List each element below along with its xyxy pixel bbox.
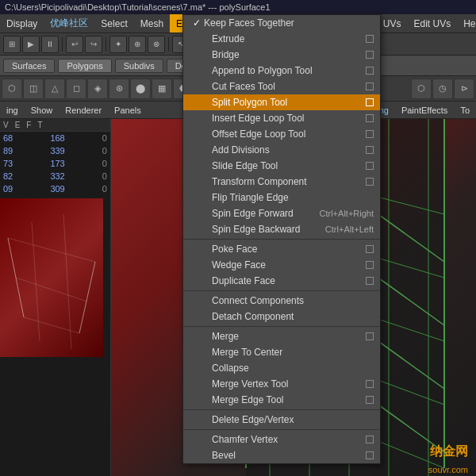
svg-line-0 (8, 238, 95, 262)
tb-btn-2[interactable]: ▶ (22, 36, 40, 53)
icon-right-3[interactable]: ⊳ (454, 79, 474, 99)
menu2-painteffects[interactable]: PaintEffects (395, 102, 455, 118)
model-preview-svg (0, 198, 103, 357)
dd-append-polygon[interactable]: Append to Polygon Tool (183, 63, 380, 79)
icon-right-2[interactable]: ◷ (432, 79, 453, 99)
tab-surfaces[interactable]: Surfaces (3, 59, 55, 73)
icon-btn-6[interactable]: ⊛ (109, 79, 129, 99)
dd-wedge-face[interactable]: Wedge Face (183, 257, 380, 273)
dd-bevel[interactable]: Bevel (183, 447, 380, 463)
tb-btn-7[interactable]: ⊕ (129, 36, 146, 53)
dd-detach-component[interactable]: Detach Component (183, 309, 380, 324)
watermark-url: souvr.com (428, 465, 468, 474)
menu-edituvs[interactable]: Edit UVs (408, 14, 458, 33)
tab-subdivs[interactable]: Subdivs (115, 59, 163, 73)
dd-split-polygon[interactable]: Split Polygon Tool (183, 94, 380, 110)
dropdown-menu: Keep Faces Together Extrude Bridge Appen… (182, 14, 381, 464)
data-row-5: 09 309 0 (0, 182, 110, 195)
dd-merge-to-center[interactable]: Merge To Center (183, 344, 380, 360)
col-header-4: T (37, 121, 42, 129)
tb-sep-2 (106, 37, 106, 52)
tb-btn-5[interactable]: ↪ (85, 36, 102, 53)
left-panel-header: V E F T (0, 119, 110, 132)
svg-line-1 (16, 278, 87, 301)
icon-btn-3[interactable]: △ (44, 79, 65, 99)
tab-polygons[interactable]: Polygons (58, 59, 111, 73)
dd-connect-components[interactable]: Connect Components (183, 293, 380, 309)
dd-sep2 (183, 290, 380, 291)
tb-btn-8[interactable]: ⊗ (148, 36, 165, 53)
dd-merge-vertex[interactable]: Merge Vertex Tool (183, 376, 380, 392)
left-panel: V E F T 68 168 0 89 339 0 73 173 0 82 33… (0, 119, 111, 476)
dd-insert-edge-loop[interactable]: Insert Edge Loop Tool (183, 110, 380, 126)
menu-mesh[interactable]: Mesh (134, 14, 170, 33)
title-text: C:\Users\Picipolivadi\Desktop\Tutorial\s… (5, 2, 271, 12)
menu2-panels[interactable]: Panels (108, 102, 148, 118)
watermark: 纳金网 (430, 443, 468, 460)
svg-line-6 (79, 262, 95, 333)
dd-chamfer-vertex[interactable]: Chamfer Vertex (183, 432, 380, 447)
icon-btn-2[interactable]: ◫ (23, 79, 44, 99)
menu-community[interactable]: 优峰社区 (44, 14, 94, 33)
data-row-3: 73 173 0 (0, 157, 110, 170)
svg-line-5 (8, 238, 24, 317)
menu2-renderer[interactable]: Renderer (59, 102, 108, 118)
dd-delete-edge[interactable]: Delete Edge/Vertex (183, 412, 380, 428)
dd-keep-faces[interactable]: Keep Faces Together (183, 15, 380, 31)
svg-line-3 (32, 222, 40, 341)
dd-add-divisions[interactable]: Add Divisions (183, 142, 380, 158)
dd-poke-face[interactable]: Poke Face (183, 241, 380, 257)
dd-spin-edge-backward[interactable]: Spin Edge Backward Ctrl+Alt+Left (183, 221, 380, 237)
dd-extrude[interactable]: Extrude (183, 31, 380, 47)
data-row-4: 82 332 0 (0, 170, 110, 182)
tb-sep-1 (62, 37, 63, 52)
icon-btn-1[interactable]: ⬡ (2, 79, 22, 99)
menu-help[interactable]: Help (457, 14, 476, 33)
dd-sep3 (183, 326, 380, 327)
tb-btn-1[interactable]: ⊞ (3, 36, 21, 53)
dd-flip-triangle[interactable]: Flip Triangle Edge (183, 190, 380, 205)
col-header-3: F (26, 121, 31, 129)
tb-sep-3 (168, 37, 169, 52)
dd-sep1 (183, 239, 380, 240)
svg-line-2 (24, 317, 79, 333)
menu-select[interactable]: Select (94, 14, 133, 33)
dd-slide-edge[interactable]: Slide Edge Tool (183, 158, 380, 174)
dd-collapse[interactable]: Collapse (183, 360, 380, 376)
title-bar: C:\Users\Picipolivadi\Desktop\Tutorial\s… (0, 0, 476, 14)
tb-btn-6[interactable]: ✦ (109, 36, 127, 53)
dd-offset-edge-loop[interactable]: Offset Edge Loop Tool (183, 126, 380, 142)
model-preview (0, 198, 103, 357)
col-header-2: E (15, 121, 21, 129)
dd-duplicate-face[interactable]: Duplicate Face (183, 273, 380, 289)
dd-sep4 (183, 409, 380, 410)
menu2-show[interactable]: Show (25, 102, 60, 118)
data-row-2: 89 339 0 (0, 144, 110, 157)
icon-btn-7[interactable]: ⬤ (130, 79, 151, 99)
icon-right-1[interactable]: ⬡ (411, 79, 432, 99)
dd-merge[interactable]: Merge (183, 328, 380, 344)
dd-transform-component[interactable]: Transform Component (183, 174, 380, 190)
icon-btn-5[interactable]: ◈ (87, 79, 108, 99)
tb-btn-3[interactable]: ⏸ (41, 36, 59, 53)
icon-btn-8[interactable]: ▦ (152, 79, 172, 99)
data-row-1: 68 168 0 (0, 132, 110, 144)
dd-sep5 (183, 429, 380, 430)
menu2-ing[interactable]: ing (0, 102, 25, 118)
menu-display[interactable]: Display (0, 14, 44, 33)
dd-cut-faces[interactable]: Cut Faces Tool (183, 79, 380, 94)
tb-btn-4[interactable]: ↩ (66, 36, 83, 53)
icon-btn-4[interactable]: ◻ (66, 79, 86, 99)
dd-merge-edge[interactable]: Merge Edge Tool (183, 392, 380, 408)
dd-bridge[interactable]: Bridge (183, 47, 380, 63)
dd-spin-edge-forward[interactable]: Spin Edge Forward Ctrl+Alt+Right (183, 205, 380, 221)
menu2-to[interactable]: To (454, 102, 476, 118)
col-header-1: V (3, 121, 9, 129)
